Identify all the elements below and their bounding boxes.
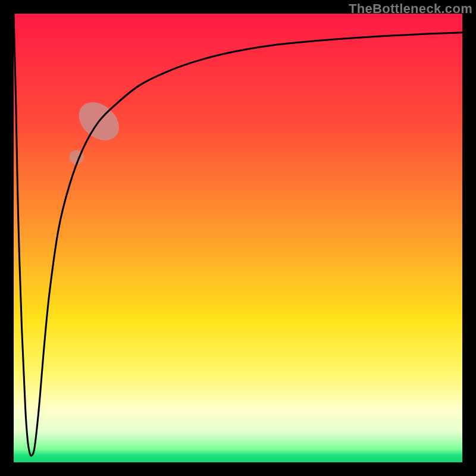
- curve-layer: [14, 14, 462, 462]
- plot-frame: [14, 14, 462, 462]
- bottleneck-curve: [14, 14, 462, 456]
- chart-canvas: TheBottleneck.com: [0, 0, 476, 476]
- watermark-text: TheBottleneck.com: [349, 1, 472, 17]
